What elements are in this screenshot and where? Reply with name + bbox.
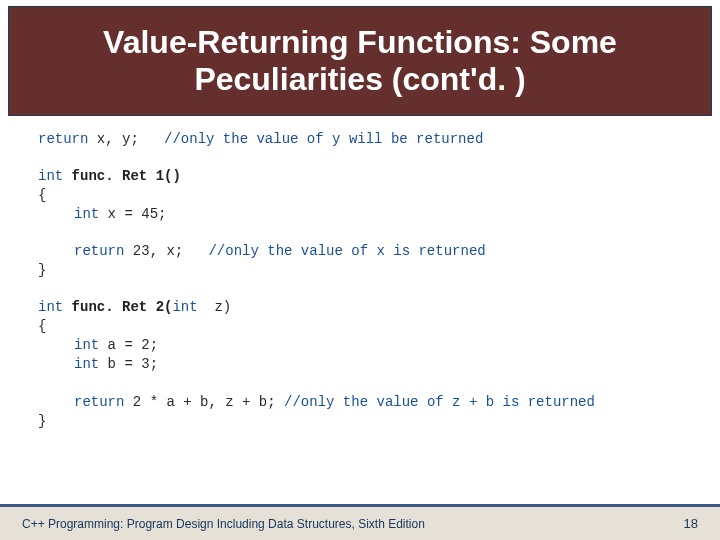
title-bar: Value-Returning Functions: Some Peculiar… xyxy=(8,6,712,116)
code-text: x = 45; xyxy=(99,206,166,222)
code-expr: 2 * a + b, z + b; xyxy=(124,394,284,410)
keyword-int: int xyxy=(74,356,99,372)
footer-source: C++ Programming: Program Design Includin… xyxy=(22,517,425,531)
code-row: return 23, x; //only the value of x is r… xyxy=(38,242,700,261)
code-text: b = 3; xyxy=(99,356,158,372)
code-func2: int func. Ret 2(int z) { int a = 2; int … xyxy=(38,298,700,430)
code-text: z) xyxy=(198,299,232,315)
footer-bar: C++ Programming: Program Design Includin… xyxy=(0,504,720,540)
blank-line xyxy=(38,224,700,243)
keyword-int: int xyxy=(74,206,99,222)
keyword-return: return xyxy=(74,243,124,259)
slide-title: Value-Returning Functions: Some Peculiar… xyxy=(29,24,691,98)
code-row: int func. Ret 1() xyxy=(38,167,700,186)
code-content: return x, y; //only the value of y will … xyxy=(38,130,700,448)
page-number: 18 xyxy=(684,516,698,531)
brace-open: { xyxy=(38,186,700,205)
code-row: return x, y; //only the value of y will … xyxy=(38,130,700,149)
code-expr: 23, x; xyxy=(124,243,208,259)
code-line-top: return x, y; //only the value of y will … xyxy=(38,130,700,149)
code-comment: //only the value of y will be returned xyxy=(164,131,483,147)
brace-close: } xyxy=(38,412,700,431)
code-row: return 2 * a + b, z + b; //only the valu… xyxy=(38,393,700,412)
keyword-int: int xyxy=(172,299,197,315)
code-text: a = 2; xyxy=(99,337,158,353)
func-name: func. Ret 2( xyxy=(63,299,172,315)
keyword-int: int xyxy=(38,168,63,184)
code-row: int a = 2; xyxy=(38,336,700,355)
blank-line xyxy=(38,374,700,393)
func-name: func. Ret 1() xyxy=(63,168,181,184)
keyword-int: int xyxy=(38,299,63,315)
keyword-int: int xyxy=(74,337,99,353)
code-func1: int func. Ret 1() { int x = 45; return 2… xyxy=(38,167,700,280)
keyword-return: return xyxy=(38,131,88,147)
code-comment: //only the value of z + b is returned xyxy=(284,394,595,410)
code-expr: x, y; xyxy=(88,131,164,147)
code-row: int b = 3; xyxy=(38,355,700,374)
code-row: int x = 45; xyxy=(38,205,700,224)
code-comment: //only the value of x is returned xyxy=(208,243,485,259)
code-row: int func. Ret 2(int z) xyxy=(38,298,700,317)
brace-open: { xyxy=(38,317,700,336)
brace-close: } xyxy=(38,261,700,280)
slide: Value-Returning Functions: Some Peculiar… xyxy=(0,0,720,540)
keyword-return: return xyxy=(74,394,124,410)
